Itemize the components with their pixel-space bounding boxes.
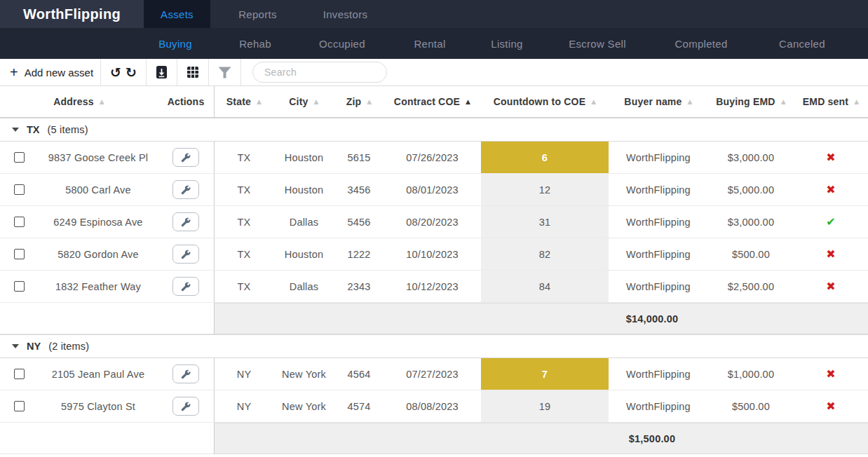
row-checkbox[interactable] [14,152,25,163]
column-header-buyer-name[interactable]: Buyer name▲ [609,86,708,117]
column-header-actions[interactable]: Actions [158,86,214,117]
redo-button[interactable]: ↻ [123,66,139,79]
topnav-items: AssetsReportsInvestors [144,0,386,28]
assets-table: Address▲ActionsState▲City▲Zip▲Contract C… [0,86,868,454]
buying-emd-cell: $500.00 [708,238,794,270]
countdown-cell: 31 [481,206,609,238]
group-footer-left [0,303,214,334]
row-actions-button[interactable] [172,364,199,383]
filter-button[interactable] [216,67,233,79]
wrench-icon [181,369,191,379]
app-logo: WorthFlipping [0,0,144,28]
subnav-item-listing[interactable]: Listing [475,28,538,59]
subnav-item-rental[interactable]: Rental [384,28,475,59]
nav-tab-assets[interactable]: Assets [144,0,210,28]
buyer-name-cell: WorthFlipping [609,206,708,238]
sort-arrow-icon[interactable]: ▲ [100,98,104,105]
sort-arrow-icon[interactable]: ▲ [781,98,786,105]
group-header-tx[interactable]: TX(5 items) [0,118,868,142]
toolbar: + Add new asset ↺ ↻ [0,59,868,86]
row-actions-button[interactable] [172,277,199,296]
zip-cell: 4564 [334,358,384,390]
row-actions-button[interactable] [172,397,199,416]
emd-sent-cell: ✔ [794,206,868,238]
sort-arrow-icon[interactable]: ▲ [367,98,372,105]
state-cell: TX [214,206,273,238]
address-cell: 6249 Espinosa Ave [39,206,158,238]
address-cell: 5975 Clayton St [39,390,158,422]
column-header-state[interactable]: State▲ [214,86,273,117]
row-actions-button[interactable] [172,148,199,167]
row-actions-button[interactable] [172,245,199,264]
nav-tab-reports[interactable]: Reports [210,0,305,28]
contract-coe-cell: 10/12/2023 [384,271,481,302]
emd-sent-cell: ✖ [794,142,868,173]
state-cell: TX [214,174,273,205]
subnav-item-rehab[interactable]: Rehab [210,28,300,59]
add-new-asset-label: Add new asset [25,67,93,79]
countdown-cell: 12 [481,174,609,205]
row-checkbox[interactable] [14,249,25,259]
row-checkbox[interactable] [14,217,25,227]
sort-arrow-icon[interactable]: ▲ [688,98,693,105]
buying-emd-cell: $5,000.00 [708,174,794,205]
subnav-item-escrow-sell[interactable]: Escrow Sell [538,28,656,59]
sort-arrow-icon[interactable]: ▲ [257,98,262,105]
checkbox-cell [0,358,39,390]
column-header-label: State [226,96,251,107]
sort-arrow-icon[interactable]: ▲ [466,98,470,105]
buying-emd-cell: $1,000.00 [708,358,794,390]
export-button[interactable] [154,65,170,79]
column-header-countdown-to-coe[interactable]: Countdown to COE▲ [481,86,609,117]
sort-arrow-icon[interactable]: ▲ [314,98,319,105]
add-new-asset-button[interactable]: + Add new asset [10,65,93,79]
row-checkbox[interactable] [14,184,25,195]
filter-icon [218,67,231,79]
countdown-cell: 7 [481,358,609,390]
search-input[interactable] [252,62,387,83]
group-footer-ny: $1,500.00 [0,423,868,454]
column-header-city[interactable]: City▲ [273,86,334,117]
wrench-icon [181,402,191,411]
buyer-name-cell: WorthFlipping [609,358,708,390]
sort-arrow-icon[interactable]: ▲ [854,98,859,105]
state-cell: TX [214,238,273,270]
toolbar-separator [177,59,177,86]
nav-tab-investors[interactable]: Investors [305,0,386,28]
countdown-cell: 82 [481,238,609,270]
table-row: 1832 Feather WayTXDallas234310/12/202384… [0,271,868,303]
state-cell: TX [214,142,273,173]
subnav-item-occupied[interactable]: Occupied [300,28,384,59]
wrench-icon [181,217,191,227]
state-cell: TX [214,271,273,302]
columns-button[interactable] [184,66,201,79]
column-header-buying-emd[interactable]: Buying EMD▲ [708,86,794,117]
undo-button[interactable]: ↺ [108,66,123,79]
row-actions-button[interactable] [172,180,199,199]
collapse-caret-icon[interactable] [12,344,19,348]
column-header-contract-coe[interactable]: Contract COE▲ [384,86,481,117]
row-checkbox[interactable] [14,401,25,411]
collapse-caret-icon[interactable] [12,128,19,132]
export-file-icon [156,65,168,79]
subnav-item-canceled[interactable]: Canceled [746,28,858,59]
buying-emd-cell: $3,000.00 [708,142,794,173]
row-checkbox[interactable] [14,281,25,292]
column-header-emd-sent[interactable]: EMD sent▲ [794,86,868,117]
city-cell: Houston [273,238,334,270]
state-cell: NY [214,390,273,422]
group-header-ny[interactable]: NY(2 items) [0,334,868,358]
subnav-item-buying[interactable]: Buying [140,28,210,59]
city-cell: Dallas [273,271,334,302]
row-checkbox[interactable] [14,369,25,379]
sort-arrow-icon[interactable]: ▲ [591,98,596,105]
column-header-zip[interactable]: Zip▲ [334,86,384,117]
subnav-item-completed[interactable]: Completed [656,28,746,59]
buyer-name-cell: WorthFlipping [609,271,708,302]
countdown-cell: 19 [481,390,609,422]
state-cell: NY [214,358,273,390]
x-icon: ✖ [826,247,836,261]
column-header-address[interactable]: Address▲ [0,86,158,117]
column-header-label: EMD sent [803,96,848,107]
row-actions-button[interactable] [172,212,199,231]
